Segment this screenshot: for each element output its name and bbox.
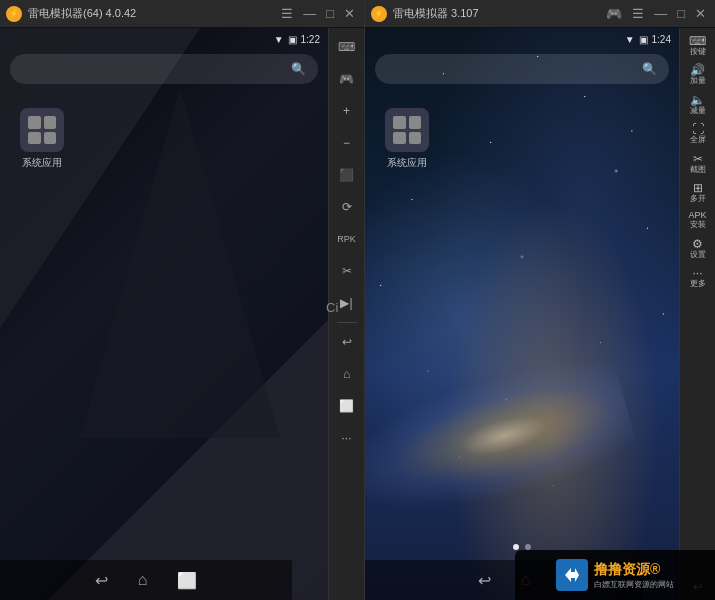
left-search-icon: 🔍 (291, 62, 306, 76)
right-toolbar-multi[interactable]: ⊞ 多开 (681, 179, 715, 207)
screenshot-icon: ✂ (693, 153, 703, 165)
right-search-bar[interactable]: 🔍 (375, 54, 669, 84)
right-title-controls[interactable]: 🎮 ☰ — □ ✕ (603, 6, 709, 21)
right-title-left: ⚡ 雷电模拟器 3.107 (371, 6, 479, 22)
right-android-area[interactable]: ▼ ▣ 1:24 🔍 系统应用 (365, 28, 679, 600)
more-label: 更多 (690, 279, 706, 289)
toolbar-screen[interactable]: ⬛ (332, 160, 362, 190)
keyboard-label: 按键 (690, 47, 706, 57)
left-close-btn[interactable]: ✕ (341, 6, 358, 21)
install-label: 安装 (690, 220, 706, 230)
watermark-main-text: 撸撸资源® (594, 561, 674, 579)
right-app-icon[interactable]: 系统应用 (385, 108, 429, 170)
right-toolbar-install[interactable]: APK 安装 (681, 208, 715, 233)
watermark-sub-text: 白嫖互联网资源的网站 (594, 579, 674, 590)
right-title-bar: ⚡ 雷电模拟器 3.107 🎮 ☰ — □ ✕ (365, 0, 715, 28)
vol-up-icon: 🔊 (690, 64, 705, 76)
watermark-logo (556, 559, 588, 591)
fullscreen-label: 全屏 (690, 135, 706, 145)
right-emulator: ⚡ 雷电模拟器 3.107 🎮 ☰ — □ ✕ ▼ ▣ 1:24 (365, 0, 715, 600)
left-back-btn[interactable]: ↩ (95, 571, 108, 590)
toolbar-vol-up[interactable]: + (332, 96, 362, 126)
multi-label: 多开 (690, 194, 706, 204)
right-minimize-btn[interactable]: — (651, 6, 670, 21)
bg-shape-3 (80, 88, 280, 438)
left-search-bar[interactable]: 🔍 (10, 54, 318, 84)
right-toolbar-more[interactable]: ··· 更多 (681, 264, 715, 292)
left-time: 1:22 (301, 34, 320, 45)
page-dot-1 (513, 544, 519, 550)
left-android-area[interactable]: ▼ ▣ 1:22 🔍 系统应用 ↩ (0, 28, 328, 600)
r-dot-3 (393, 132, 406, 145)
toolbar-more[interactable]: ··· (332, 423, 362, 453)
right-toolbar-fullscreen[interactable]: ⛶ 全屏 (681, 120, 715, 148)
left-title-icon: ⚡ (6, 6, 22, 22)
right-screen: ▼ ▣ 1:24 🔍 系统应用 (365, 28, 715, 600)
right-maximize-btn[interactable]: □ (674, 6, 688, 21)
left-menu-btn[interactable]: ☰ (278, 6, 296, 21)
settings-icon: ⚙ (692, 238, 703, 250)
left-bottom-nav: ↩ ⌂ ⬜ (0, 560, 292, 600)
vol-up-label: 加量 (690, 76, 706, 86)
svg-marker-0 (565, 568, 579, 582)
left-title-bar: ⚡ 雷电模拟器(64) 4.0.42 ☰ — □ ✕ (0, 0, 364, 28)
install-icon: APK (688, 211, 706, 220)
right-status-icons: ▼ ▣ 1:24 (625, 34, 671, 45)
right-app-icon-grid (385, 108, 429, 152)
dot-2 (44, 116, 57, 129)
right-wifi-icon: ▼ (625, 34, 635, 45)
right-app-label: 系统应用 (387, 156, 427, 170)
left-status-bar: ▼ ▣ 1:22 (0, 28, 328, 50)
toolbar-back[interactable]: ↩ (332, 327, 362, 357)
toolbar-sep-1 (337, 322, 357, 323)
toolbar-keyboard[interactable]: ⌨ (332, 32, 362, 62)
settings-label: 设置 (690, 250, 706, 260)
left-title-left: ⚡ 雷电模拟器(64) 4.0.42 (6, 6, 136, 22)
left-app-icon[interactable]: 系统应用 (20, 108, 64, 170)
r-dot-1 (393, 116, 406, 129)
right-signal-icon: ▣ (639, 34, 648, 45)
right-back-btn[interactable]: ↩ (478, 571, 491, 590)
left-app-icon-grid (20, 108, 64, 152)
watermark-logo-svg (561, 564, 583, 586)
right-toolbar-settings[interactable]: ⚙ 设置 (681, 235, 715, 263)
left-screen: ▼ ▣ 1:22 🔍 系统应用 ↩ (0, 28, 364, 600)
dot-1 (28, 116, 41, 129)
toolbar-rpk[interactable]: RPK (332, 224, 362, 254)
left-home-btn[interactable]: ⌂ (138, 571, 148, 589)
keyboard-icon: ⌨ (689, 35, 706, 47)
left-minimize-btn[interactable]: — (300, 6, 319, 21)
right-toolbar-screenshot[interactable]: ✂ 截图 (681, 150, 715, 178)
left-title-text: 雷电模拟器(64) 4.0.42 (28, 6, 136, 21)
watermark-text-block: 撸撸资源® 白嫖互联网资源的网站 (594, 561, 674, 590)
more-icon: ··· (692, 267, 702, 279)
bg-shape-2 (48, 320, 328, 600)
fullscreen-icon: ⛶ (692, 123, 704, 135)
toolbar-vol-down[interactable]: − (332, 128, 362, 158)
left-title-controls[interactable]: ☰ — □ ✕ (278, 6, 358, 21)
toolbar-square[interactable]: ⬜ (332, 391, 362, 421)
left-status-icons: ▼ ▣ 1:22 (274, 34, 320, 45)
multi-icon: ⊞ (693, 182, 703, 194)
right-gamepad-icon: 🎮 (603, 6, 625, 21)
ci-label: Ci (326, 300, 338, 315)
right-close-btn[interactable]: ✕ (692, 6, 709, 21)
r-dot-4 (409, 132, 422, 145)
right-toolbar-keyboard[interactable]: ⌨ 按键 (681, 32, 715, 60)
left-emulator: ⚡ 雷电模拟器(64) 4.0.42 ☰ — □ ✕ ▼ ▣ 1:22 (0, 0, 365, 600)
right-toolbar: ⌨ 按键 🔊 加量 🔈 减量 ⛶ 全屏 ✂ 截图 ⊞ 多开 (679, 28, 715, 600)
right-search-icon: 🔍 (642, 62, 657, 76)
toolbar-gamepad[interactable]: 🎮 (332, 64, 362, 94)
dot-4 (44, 132, 57, 145)
vol-down-label: 减量 (690, 106, 706, 116)
left-square-btn[interactable]: ⬜ (177, 571, 197, 590)
right-toolbar-vol-up[interactable]: 🔊 加量 (681, 61, 715, 89)
right-status-bar: ▼ ▣ 1:24 (365, 28, 679, 50)
toolbar-home[interactable]: ⌂ (332, 359, 362, 389)
left-maximize-btn[interactable]: □ (323, 6, 337, 21)
left-signal-icon: ▣ (288, 34, 297, 45)
right-menu-btn[interactable]: ☰ (629, 6, 647, 21)
toolbar-rotate[interactable]: ⟳ (332, 192, 362, 222)
right-toolbar-vol-down[interactable]: 🔈 减量 (681, 91, 715, 119)
toolbar-scissors[interactable]: ✂ (332, 256, 362, 286)
